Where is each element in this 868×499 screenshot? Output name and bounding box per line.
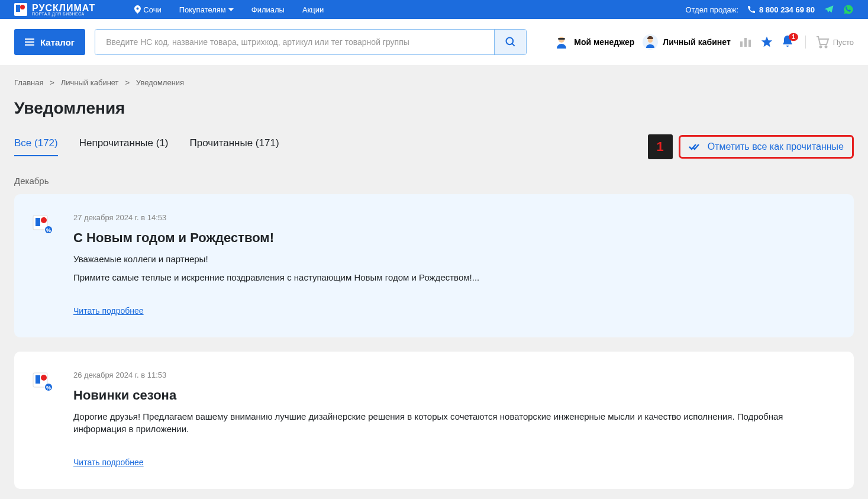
search-wrap [95,29,527,55]
star-icon [760,36,773,49]
read-more-link[interactable]: Читать подробнее [73,306,144,316]
notification-card[interactable]: % 26 декабря 2024 г. в 11:53 Новинки сез… [14,352,854,489]
nav-promo-label: Акции [302,5,324,14]
nav-buyers-label: Покупателям [179,5,226,14]
logo[interactable]: РУСКЛИМАТ ПОРТАЛ ДЛЯ БИЗНЕСА [14,3,95,16]
mark-all-read-button[interactable]: Отметить все как прочитанные [679,135,854,159]
svg-point-13 [825,46,827,48]
double-check-icon [689,143,702,151]
svg-rect-1 [16,5,20,12]
favorites-button[interactable] [760,36,773,49]
notification-text: Примите самые теплые и искренние поздрав… [73,271,837,284]
notification-icon: % [31,213,57,316]
nav-buyers[interactable]: Покупателям [179,5,234,14]
svg-point-21 [41,375,47,381]
logo-icon [14,3,27,16]
svg-point-3 [506,38,513,45]
cart-button[interactable]: Пусто [805,36,854,49]
notif-badge: 1 [789,33,798,41]
notification-icon: % [31,371,57,468]
callout-number: 1 [648,134,673,159]
user-icon [643,34,658,50]
notification-card[interactable]: % 27 декабря 2024 г. в 14:53 С Новым год… [14,194,854,337]
read-more-link[interactable]: Читать подробнее [73,458,144,467]
telegram-icon[interactable] [824,4,834,15]
account-label: Личный кабинет [663,37,730,47]
cart-label: Пусто [833,38,854,47]
phone-icon [747,5,756,14]
page-title: Уведомления [14,99,854,118]
nav-branches[interactable]: Филиалы [251,5,285,14]
tab-unread[interactable]: Непрочитанные (1) [79,137,169,156]
breadcrumb-home[interactable]: Главная [14,78,43,87]
notification-title: С Новым годом и Рождеством! [73,230,837,246]
compare-button[interactable] [739,36,752,49]
svg-point-12 [819,46,821,48]
location-label: Сочи [143,5,161,14]
search-icon [505,36,517,48]
hamburger-icon [25,38,34,46]
whatsapp-icon[interactable] [843,4,854,15]
header: Каталог Мой менеджер Личный кабинет 1 Пу… [0,19,868,65]
sales-dept-label: Отдел продаж: [685,5,738,14]
svg-line-4 [512,44,514,46]
manager-label: Мой менеджер [574,37,634,47]
chart-icon [739,36,752,49]
notification-text: Дорогие друзья! Предлагаем вашему вниман… [73,410,837,435]
top-bar: РУСКЛИМАТ ПОРТАЛ ДЛЯ БИЗНЕСА Сочи Покупа… [0,0,868,19]
pin-icon [134,5,141,14]
svg-text:%: % [46,385,51,391]
svg-rect-20 [36,375,40,384]
catalog-button[interactable]: Каталог [14,29,85,55]
nav-branches-label: Филиалы [251,5,285,14]
svg-rect-15 [36,218,40,226]
breadcrumb-current: Уведомления [136,78,184,87]
svg-point-16 [41,217,47,223]
tabs-row: Все (172) Непрочитанные (1) Прочитанные … [14,134,854,159]
chevron-down-icon [228,8,234,11]
notifications-button[interactable]: 1 [782,36,793,49]
location-selector[interactable]: Сочи [134,5,161,14]
notification-title: Новинки сезона [73,388,837,403]
svg-rect-6 [558,38,565,40]
svg-rect-11 [748,40,751,47]
notification-date: 27 декабря 2024 г. в 14:53 [73,213,837,222]
manager-link[interactable]: Мой менеджер [554,34,634,50]
phone-link[interactable]: 8 800 234 69 80 [747,5,815,14]
account-link[interactable]: Личный кабинет [643,34,730,50]
svg-text:%: % [46,227,51,233]
svg-point-2 [20,5,25,9]
breadcrumb: Главная > Личный кабинет > Уведомления [14,78,854,87]
tab-all[interactable]: Все (172) [14,137,58,156]
main-content: Главная > Личный кабинет > Уведомления У… [0,65,868,499]
breadcrumb-account[interactable]: Личный кабинет [61,78,119,87]
svg-rect-9 [740,41,743,47]
phone-number: 8 800 234 69 80 [759,5,815,14]
notification-text: Уважаемые коллеги и партнеры! [73,253,837,265]
breadcrumb-sep: > [50,78,54,87]
notification-date: 26 декабря 2024 г. в 11:53 [73,371,837,379]
tabs: Все (172) Непрочитанные (1) Прочитанные … [14,137,279,156]
manager-icon [554,34,569,50]
nav-promo[interactable]: Акции [302,5,324,14]
breadcrumb-sep: > [125,78,130,87]
catalog-label: Каталог [40,37,75,47]
tab-read[interactable]: Прочитанные (171) [190,137,279,156]
month-label: Декабрь [14,176,854,186]
svg-rect-10 [744,38,747,47]
cart-icon [815,36,830,49]
search-input[interactable] [95,30,494,54]
mark-read-label: Отметить все как прочитанные [708,141,844,152]
search-button[interactable] [494,30,526,54]
